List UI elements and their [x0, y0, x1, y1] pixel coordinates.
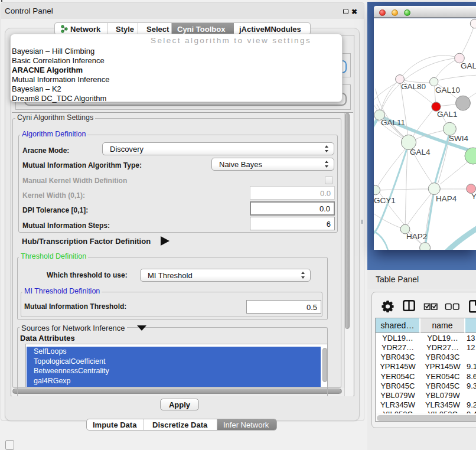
svg-text:SWI4: SWI4	[449, 134, 468, 143]
svg-text:GAL4: GAL4	[410, 148, 431, 156]
svg-text:HAP4: HAP4	[436, 194, 457, 203]
svg-text:GCY1: GCY1	[374, 196, 396, 205]
svg-text:HAP2: HAP2	[406, 232, 427, 241]
svg-text:YE: YE	[471, 192, 476, 201]
svg-text:GAL11: GAL11	[381, 118, 405, 127]
svg-text:GAL7: GAL7	[461, 61, 476, 70]
svg-text:GAL1: GAL1	[437, 110, 458, 119]
svg-text:GAL10: GAL10	[435, 86, 460, 94]
svg-text:GAL80: GAL80	[401, 82, 426, 91]
